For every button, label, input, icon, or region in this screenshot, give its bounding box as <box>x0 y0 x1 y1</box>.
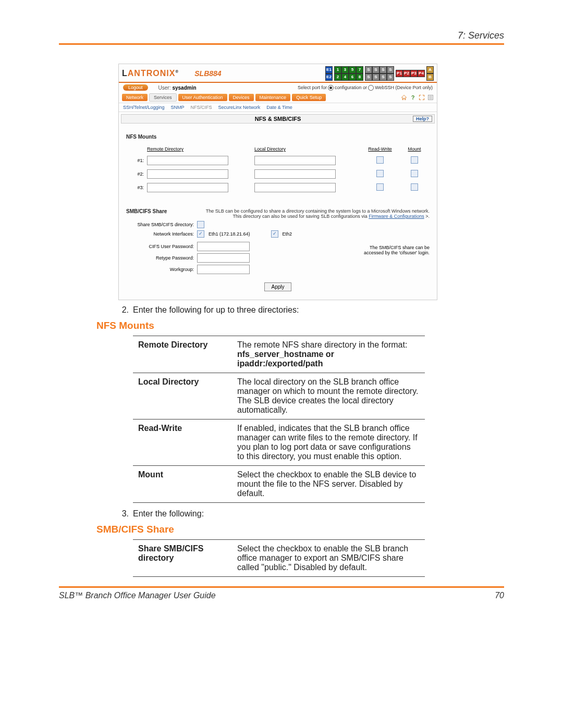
section-smb-share: SMB/CIFS Share <box>96 524 508 535</box>
smb-share-heading: SMB/CIFS Share <box>126 208 189 214</box>
subtab-securelinx[interactable]: SecureLinx Network <box>218 105 261 110</box>
document-page: 7: Services LANTRONIX® SLB884 E1 E2 1357… <box>0 0 563 616</box>
panel-title-row: NFS & SMB/CIFS Help? <box>121 114 435 124</box>
header-rule <box>59 43 504 45</box>
def-value: Select the checkbox to enable the SLB br… <box>232 540 425 577</box>
eth2-value: Eth2 <box>283 231 292 237</box>
local-dir-3-input[interactable] <box>254 183 336 192</box>
footer-title: SLB™ Branch Office Manager User Guide <box>59 591 216 600</box>
tab-quick-setup[interactable]: Quick Setup <box>292 94 326 101</box>
app-window: LANTRONIX® SLB884 E1 E2 1357 2468 SSSS S… <box>118 64 437 300</box>
eth2-checkbox[interactable] <box>271 230 278 238</box>
def-key: Local Directory <box>133 373 232 419</box>
cifs-password-label: CIFS User Password: <box>126 244 197 249</box>
nfs-mounts-table: Remote Directory Local Directory Read-Wr… <box>126 144 430 195</box>
tab-maintenance[interactable]: Maintenance <box>255 94 291 101</box>
expand-icon[interactable] <box>419 94 425 101</box>
sub-tabs: SSH/Telnet/Logging SNMP NFS/CIFS SecureL… <box>119 103 437 112</box>
cifs-password-input[interactable] <box>197 242 250 251</box>
home-icon[interactable] <box>401 94 407 101</box>
def-value: If enabled, indicates that the SLB branc… <box>232 419 425 466</box>
mount-1-checkbox[interactable] <box>411 156 418 164</box>
radio-webssh[interactable] <box>368 85 374 91</box>
def-key: Remote Directory <box>133 336 232 373</box>
table-row: #3: <box>127 181 429 194</box>
app-subheader: Logout User: sysadmin Select port for co… <box>119 83 437 92</box>
share-access-note: The SMB/CIFS share can be accessed by th… <box>250 240 430 276</box>
document-body: 2.Enter the following for up to three di… <box>55 305 508 577</box>
col-read-write: Read-Write <box>361 145 399 153</box>
retype-password-input[interactable] <box>197 253 250 263</box>
workgroup-input[interactable] <box>197 265 250 274</box>
user-label: User: <box>158 85 171 91</box>
def-value: Select the checkbox to enable the SLB de… <box>232 466 425 503</box>
panel-body: NFS Mounts Remote Directory Local Direct… <box>119 126 437 300</box>
smb-note: The SLB can be configured to share a dir… <box>189 208 430 219</box>
page-number: 70 <box>495 591 504 600</box>
local-dir-1-input[interactable] <box>254 156 336 165</box>
row-3-label: #3: <box>127 181 145 194</box>
brand-logo: LANTRONIX® <box>122 69 179 78</box>
subtab-datetime[interactable]: Date & Time <box>266 105 292 110</box>
section-nfs-mounts: NFS Mounts <box>96 320 508 331</box>
def-key: Share SMB/CIFS directory <box>133 540 232 577</box>
row-1-label: #1: <box>127 154 145 167</box>
remote-dir-1-input[interactable] <box>147 156 228 165</box>
col-local-directory: Local Directory <box>253 145 360 153</box>
network-interfaces-label: Network Interfaces: <box>126 231 197 237</box>
share-dir-label: Share SMB/CIFS directory: <box>126 222 197 227</box>
subtab-nfscifs[interactable]: NFS/CIFS <box>191 105 212 110</box>
firmware-link[interactable]: Firmware & Configurations <box>369 214 424 219</box>
help-icon[interactable]: ? <box>410 94 416 101</box>
main-tabs: Network Services User Authentication Dev… <box>119 92 437 103</box>
subtab-ssh[interactable]: SSH/Telnet/Logging <box>123 105 165 110</box>
def-value: The local directory on the SLB branch of… <box>232 373 425 419</box>
subtab-snmp[interactable]: SNMP <box>171 105 185 110</box>
port-grid: E1 E2 1357 2468 SSSS SSSS P1P2P3P4 <box>325 66 434 81</box>
mount-3-checkbox[interactable] <box>411 183 418 191</box>
table-row: #1: <box>127 154 429 167</box>
tab-network[interactable]: Network <box>122 94 148 101</box>
def-value: The remote NFS share directory in the fo… <box>232 336 425 373</box>
step-3: 3.Enter the following: <box>117 509 508 519</box>
def-key: Mount <box>133 466 232 503</box>
def-key: Read-Write <box>133 419 232 466</box>
tab-services[interactable]: Services <box>149 93 177 102</box>
remote-dir-2-input[interactable] <box>147 169 228 179</box>
panel-title: NFS & SMB/CIFS <box>255 116 301 122</box>
rw-3-checkbox[interactable] <box>376 183 384 191</box>
app-header: LANTRONIX® SLB884 E1 E2 1357 2468 SSSS S… <box>119 64 437 83</box>
footer-rule <box>59 586 504 588</box>
step-2: 2.Enter the following for up to three di… <box>117 305 508 315</box>
remote-dir-3-input[interactable] <box>147 183 228 192</box>
rw-2-checkbox[interactable] <box>376 170 384 177</box>
eth1-checkbox[interactable] <box>197 230 204 238</box>
tab-user-auth[interactable]: User Authentication <box>178 94 227 101</box>
smb-definition-table: Share SMB/CIFS directory Select the chec… <box>133 539 425 577</box>
nfs-mounts-heading: NFS Mounts <box>126 134 430 140</box>
nfs-definition-table: Remote Directory The remote NFS share di… <box>133 336 425 503</box>
chapter-title: 7: Services <box>55 30 504 41</box>
model-name: SLB884 <box>194 69 221 78</box>
retype-password-label: Retype Password: <box>126 255 197 261</box>
port-select-row: Select port for configuration or WebSSH … <box>298 85 433 91</box>
local-dir-2-input[interactable] <box>254 169 336 179</box>
svg-text:?: ? <box>411 94 414 101</box>
panel-help-button[interactable]: Help? <box>413 116 432 122</box>
rw-1-checkbox[interactable] <box>376 156 384 164</box>
logout-button[interactable]: Logout <box>123 84 148 91</box>
list-icon[interactable] <box>427 94 434 101</box>
col-remote-directory: Remote Directory <box>146 145 252 153</box>
apply-button[interactable]: Apply <box>264 282 291 291</box>
mount-2-checkbox[interactable] <box>411 170 418 177</box>
table-row: #2: <box>127 168 429 180</box>
col-mount: Mount <box>400 145 429 153</box>
tab-devices[interactable]: Devices <box>229 94 254 101</box>
radio-configuration[interactable] <box>328 85 334 91</box>
eth1-value: Eth1 (172.18.21.64) <box>209 231 250 237</box>
row-2-label: #2: <box>127 168 145 180</box>
user-value: sysadmin <box>172 85 196 91</box>
workgroup-label: Workgroup: <box>126 267 197 272</box>
screenshot-figure: LANTRONIX® SLB884 E1 E2 1357 2468 SSSS S… <box>118 64 508 300</box>
share-dir-checkbox[interactable] <box>197 221 204 228</box>
